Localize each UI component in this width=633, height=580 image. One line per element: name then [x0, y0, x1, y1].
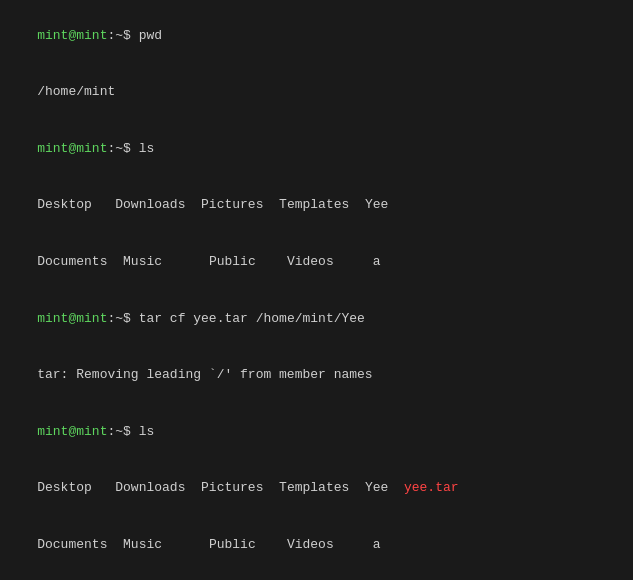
ls-music-2: Music — [123, 537, 209, 552]
prompt-1: mint@mint — [37, 28, 107, 43]
ls-yee-1: Yee — [365, 197, 388, 212]
ls-music-1: Music — [123, 254, 209, 269]
output-line-1: /home/mint — [6, 65, 627, 122]
output-text-1: /home/mint — [37, 84, 115, 99]
ls-documents-1: Documents — [37, 254, 123, 269]
ls-documents-2: Documents — [37, 537, 123, 552]
sep-2: :~$ — [107, 141, 138, 156]
ls-row-2a: Desktop Downloads Pictures Templates Yee… — [6, 460, 627, 517]
ls-desktop-2: Desktop — [37, 480, 115, 495]
ls-videos-2: Videos — [287, 537, 373, 552]
ls-row-2b: Documents Music Public Videos a — [6, 517, 627, 574]
ls-pictures-2: Pictures — [201, 480, 279, 495]
output-text-2: tar: Removing leading `/' from member na… — [37, 367, 372, 382]
sep-1: :~$ — [107, 28, 138, 43]
ls-a-1: a — [373, 254, 381, 269]
sep-3: :~$ — [107, 311, 138, 326]
cmd-4: ls — [139, 424, 155, 439]
cmd-line-4: mint@mint:~$ ls — [6, 404, 627, 461]
ls-pictures-1: Pictures — [201, 197, 279, 212]
prompt-4: mint@mint — [37, 424, 107, 439]
cmd-line-1: mint@mint:~$ pwd — [6, 8, 627, 65]
prompt-2: mint@mint — [37, 141, 107, 156]
ls-row-1a: Desktop Downloads Pictures Templates Yee — [6, 178, 627, 235]
sep-4: :~$ — [107, 424, 138, 439]
ls-downloads-2: Downloads — [115, 480, 201, 495]
cmd-3: tar cf yee.tar /home/mint/Yee — [139, 311, 365, 326]
terminal[interactable]: mint@mint:~$ pwd /home/mint mint@mint:~$… — [0, 0, 633, 580]
ls-row-1b: Documents Music Public Videos a — [6, 234, 627, 291]
ls-public-1: Public — [209, 254, 287, 269]
ls-videos-1: Videos — [287, 254, 373, 269]
ls-yee-2: Yee — [365, 480, 404, 495]
ls-templates-2: Templates — [279, 480, 365, 495]
cmd-2: ls — [139, 141, 155, 156]
cmd-line-3: mint@mint:~$ tar cf yee.tar /home/mint/Y… — [6, 291, 627, 348]
output-line-2: tar: Removing leading `/' from member na… — [6, 347, 627, 404]
ls-downloads-1: Downloads — [115, 197, 201, 212]
ls-desktop-1: Desktop — [37, 197, 115, 212]
cmd-line-2: mint@mint:~$ ls — [6, 121, 627, 178]
cmd-line-5: mint@mint:~$ tar tf yee.tar — [6, 573, 627, 580]
ls-templates-1: Templates — [279, 197, 365, 212]
prompt-3: mint@mint — [37, 311, 107, 326]
ls-a-2: a — [373, 537, 381, 552]
cmd-1: pwd — [139, 28, 162, 43]
ls-public-2: Public — [209, 537, 287, 552]
ls-yeetar: yee.tar — [404, 480, 459, 495]
